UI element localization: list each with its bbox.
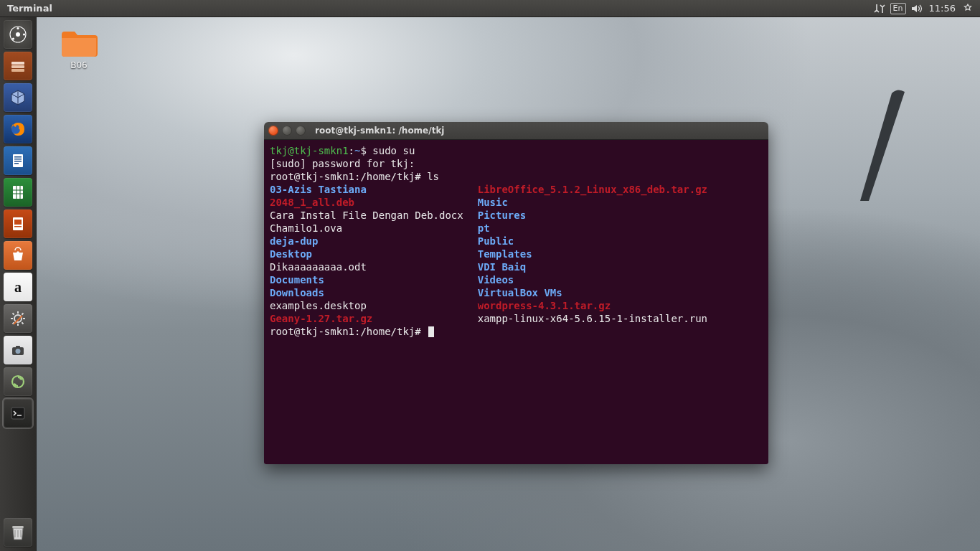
launcher-files[interactable] [4,52,32,80]
svg-point-4 [12,37,14,39]
window-title: root@tkj-smkn1: /home/tkj [315,126,444,136]
launcher-calc[interactable] [4,178,32,207]
launcher-trash[interactable] [4,518,32,547]
launcher-writer[interactable] [4,146,32,175]
root-prompt-1: root@tkj-smkn1:/home/tkj# [270,171,421,182]
svg-rect-5 [11,62,24,65]
svg-rect-24 [11,408,24,419]
window-close-button[interactable] [268,126,278,136]
svg-point-3 [23,33,25,35]
launcher-updates[interactable] [4,367,32,396]
launcher-dash[interactable] [4,20,32,49]
unity-launcher: a [0,17,37,551]
prompt-user: tkj@tkj-smkn1 [270,145,349,156]
launcher-terminal[interactable] [4,399,32,428]
svg-rect-7 [11,69,24,72]
svg-point-18 [17,251,19,254]
launcher-firefox[interactable] [4,115,32,143]
sound-indicator[interactable] [909,0,925,17]
terminal-cursor [428,326,434,337]
active-app-title: Terminal [4,3,52,14]
command-sudo-su: sudo su [372,145,415,156]
window-maximize-button[interactable] [296,126,306,136]
keyboard-lang-label: En [890,3,906,14]
top-menubar: Terminal En 11:56 [0,0,980,17]
svg-point-2 [17,27,19,29]
launcher-impress[interactable] [4,209,32,238]
desktop-folder-label: B06 [56,60,102,70]
launcher-amazon[interactable]: a [4,273,32,301]
ls-column-2: LibreOffice_5.1.2_Linux_x86_deb.tar.gz M… [478,183,707,325]
clock[interactable]: 11:56 [925,0,960,17]
launcher-software-center[interactable] [4,241,32,270]
svg-rect-13 [14,163,19,164]
terminal-window: root@tkj-smkn1: /home/tkj tkj@tkj-smkn1:… [264,122,768,464]
ls-column-1: 03-Azis Tastiana 2048_1_all.deb Cara Ins… [270,183,463,325]
window-titlebar[interactable]: root@tkj-smkn1: /home/tkj [264,122,768,140]
svg-rect-11 [14,159,22,160]
svg-rect-22 [16,346,20,348]
ls-output: 03-Azis Tastiana 2048_1_all.deb Cara Ins… [270,183,763,325]
svg-point-21 [16,349,21,354]
session-indicator[interactable] [960,0,976,17]
terminal-body[interactable]: tkj@tkj-smkn1:~$ sudo su [sudo] password… [264,140,768,464]
svg-rect-17 [14,226,22,227]
svg-rect-10 [14,156,22,158]
svg-rect-6 [11,65,24,68]
launcher-screenshot[interactable] [4,336,32,364]
command-ls: ls [427,171,439,182]
svg-point-1 [16,32,20,37]
network-indicator[interactable] [872,0,887,17]
launcher-virtualbox[interactable] [4,83,32,112]
desktop-folder[interactable]: B06 [56,29,102,70]
svg-rect-16 [14,220,22,225]
amazon-glyph: a [14,279,22,296]
svg-point-19 [14,315,22,322]
sudo-password-line: [sudo] password for tkj: [270,158,415,169]
svg-rect-25 [12,526,24,528]
folder-icon [60,29,98,57]
launcher-settings[interactable] [4,304,32,333]
root-prompt-2: root@tkj-smkn1:/home/tkj# [270,326,421,337]
svg-rect-12 [14,161,22,162]
keyboard-indicator[interactable]: En [887,0,909,17]
svg-rect-14 [13,186,23,199]
window-minimize-button[interactable] [282,126,292,136]
